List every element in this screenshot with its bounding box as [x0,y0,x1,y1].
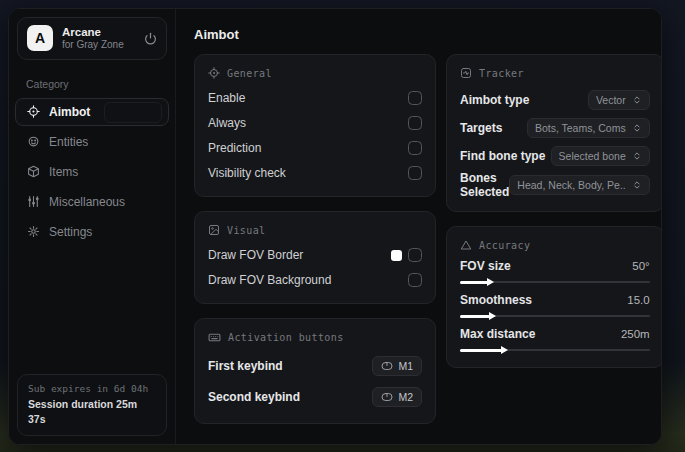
row-label: Always [208,116,246,130]
visual-row-fov-background: Draw FOV Background [208,269,422,291]
find-bone-type-select[interactable]: Selected bone [551,146,650,166]
smoothness-value: 15.0 [627,294,649,306]
smoothness-group: Smoothness 15.0 [460,293,650,321]
crosshair-icon [26,105,40,118]
panel-header-label: Activation buttons [228,332,344,343]
select-value: Vector [596,94,626,106]
sidebar-item-settings[interactable]: Settings [15,218,169,246]
general-row-prediction: Prediction [208,137,422,159]
main-content: Aimbot General Enable [176,9,662,444]
session-duration-text: Session duration 25m 37s [28,397,156,429]
crosshair-icon [208,67,220,79]
slider-label: FOV size [460,259,511,273]
sub-expires-text: Sub expires in 6d 04h [28,382,156,396]
chevron-up-down-icon [632,95,642,105]
general-row-always: Always [208,112,422,134]
first-keybind-row: First keybind M1 [208,352,422,380]
tracker-panel: Tracker Aimbot type Vector [446,54,662,212]
sidebar-item-label: Miscellaneous [49,195,125,209]
row-label: Targets [460,121,502,135]
activation-buttons-panel: Activation buttons First keybind M1 [194,318,436,424]
fov-size-group: FOV size 50° [460,259,650,287]
row-label: First keybind [208,359,283,373]
draw-fov-border-checkbox[interactable] [408,248,422,262]
chevron-up-down-icon [632,123,642,133]
sidebar-item-label: Items [49,165,78,179]
fov-border-color-swatch[interactable] [391,250,402,261]
general-row-visibility-check: Visibility check [208,162,422,184]
sidebar-item-label: Settings [49,225,92,239]
general-row-enable: Enable [208,87,422,109]
power-icon[interactable] [144,32,157,45]
chevron-up-down-icon [632,151,642,161]
panel-header-label: Visual [227,225,266,236]
slider-thumb[interactable] [460,315,490,318]
category-label: Category [26,78,175,90]
fov-size-slider[interactable] [460,277,650,287]
image-icon [208,224,220,236]
first-keybind-button[interactable]: M1 [372,356,422,376]
subscription-footer: Sub expires in 6d 04h Session duration 2… [17,374,167,436]
sidebar-item-label: Entities [49,135,88,149]
panel-header-label: General [227,68,272,79]
brand-text: Arcane for Gray Zone [62,25,135,52]
fov-size-value: 50° [632,260,649,272]
visibility-check-checkbox[interactable] [408,166,422,180]
bones-selected-row: Bones Selected Head, Neck, Body, Pe.. [460,171,650,199]
mouse-icon [381,392,393,402]
gear-icon [26,225,40,238]
sidebar-item-label: Aimbot [49,105,90,119]
accuracy-panel: Accuracy FOV size 50° [446,226,662,368]
mouse-icon [381,361,393,371]
second-keybind-button[interactable]: M2 [372,387,422,407]
second-keybind-row: Second keybind M2 [208,383,422,411]
brand-initial: A [35,30,45,46]
sliders-icon [26,195,40,208]
visual-row-fov-border: Draw FOV Border [208,244,422,266]
sidebar-item-miscellaneous[interactable]: Miscellaneous [15,188,169,216]
general-panel: General Enable Always Prediction [194,54,436,197]
slider-label: Max distance [460,327,535,341]
keybind-value: M1 [398,360,413,372]
slider-thumb[interactable] [460,349,502,352]
slider-thumb[interactable] [460,281,488,284]
smoothness-slider[interactable] [460,311,650,321]
brand-name: Arcane [62,25,135,39]
row-label: Aimbot type [460,93,529,107]
row-label: Find bone type [460,149,545,163]
sidebar: A Arcane for Gray Zone Category Aimb [9,9,176,444]
max-distance-slider[interactable] [460,345,650,355]
panel-header-label: Tracker [479,68,524,79]
select-value: Bots, Teams, Coms [535,122,626,134]
visual-panel: Visual Draw FOV Border Draw FOV Backgrou… [194,211,436,304]
chevron-up-down-icon [632,180,642,190]
row-label: Draw FOV Background [208,273,331,287]
find-bone-type-row: Find bone type Selected bone [460,143,650,168]
aimbot-type-select[interactable]: Vector [588,90,650,110]
targets-row: Targets Bots, Teams, Coms [460,115,650,140]
row-label: Enable [208,91,245,105]
slider-label: Smoothness [460,293,532,307]
sidebar-item-items[interactable]: Items [15,158,169,186]
row-label: Bones Selected [460,171,509,199]
targets-select[interactable]: Bots, Teams, Coms [527,118,650,138]
brand-logo: A [27,25,53,51]
app-window: A Arcane for Gray Zone Category Aimb [8,8,662,445]
activity-icon [460,67,472,79]
ghost-artifact [104,102,162,123]
brand-card: A Arcane for Gray Zone [17,17,167,60]
max-distance-group: Max distance 250m [460,327,650,355]
prediction-checkbox[interactable] [408,141,422,155]
panel-header-label: Accuracy [479,240,530,251]
enable-checkbox[interactable] [408,91,422,105]
select-value: Selected bone [559,150,626,162]
row-label: Prediction [208,141,261,155]
sidebar-nav: Aimbot Entities Items [9,98,175,246]
draw-fov-background-checkbox[interactable] [408,273,422,287]
row-label: Draw FOV Border [208,248,303,262]
sidebar-item-entities[interactable]: Entities [15,128,169,156]
bones-selected-select[interactable]: Head, Neck, Body, Pe.. [509,175,649,195]
sidebar-item-aimbot[interactable]: Aimbot [15,98,169,126]
always-checkbox[interactable] [408,116,422,130]
keybind-value: M2 [398,391,413,403]
